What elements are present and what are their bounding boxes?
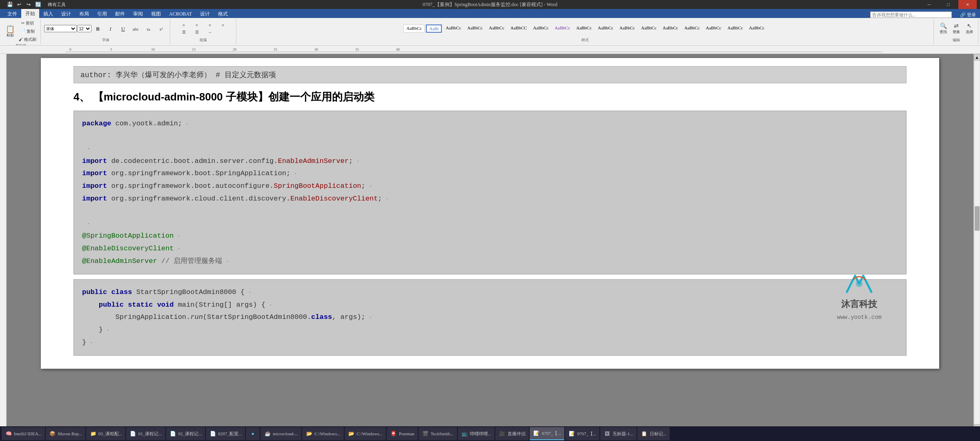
tab-review[interactable]: 审阅 xyxy=(129,10,147,18)
document-scroll[interactable]: author: 李兴华（爆可发的小李老师） # 目定义元数据项 4、 【micr… xyxy=(7,54,973,431)
style-10[interactable]: AaBbCc xyxy=(639,24,659,33)
style-8[interactable]: AaBbCc xyxy=(595,24,616,33)
style-2[interactable]: AaBbCc xyxy=(465,24,485,33)
taskbar-live[interactable]: 🎥 直播伴侣 xyxy=(495,427,529,440)
tab-format[interactable]: 格式 xyxy=(214,10,232,18)
qa-save[interactable]: 💾 xyxy=(6,0,14,9)
underline-button[interactable]: U xyxy=(117,25,129,33)
taskbar-postman[interactable]: 📮 Postman xyxy=(387,427,418,440)
ribbon-search-input[interactable] xyxy=(870,11,952,18)
paste-button[interactable]: 📋 粘贴 xyxy=(4,24,16,39)
tab-mail[interactable]: 邮件 xyxy=(111,10,129,18)
tab-layout[interactable]: 布局 xyxy=(75,10,93,18)
tab-design2[interactable]: 设计 xyxy=(196,10,214,18)
svg-text:35: 35 xyxy=(355,47,359,51)
taskbar-win1[interactable]: 📂 C:\Windows... xyxy=(302,427,343,440)
align-left-button[interactable]: ≡ xyxy=(178,22,190,28)
taskbar-maven[interactable]: 📦 Maven Rep... xyxy=(46,427,85,440)
style-nosp[interactable]: AaBl xyxy=(426,24,442,33)
taskbar-dot[interactable]: ● xyxy=(246,427,260,440)
logo-icon-svg xyxy=(843,272,875,296)
cut-button[interactable]: ✂ 剪切 xyxy=(17,20,38,27)
share-button[interactable]: 🔗 登录 xyxy=(960,12,976,18)
taskbar: 🧠 IntelliJ IDEA... 📦 Maven Rep... 📁 03_课… xyxy=(0,426,980,441)
win2-icon: 📂 xyxy=(348,430,355,437)
daily-icon: 📋 xyxy=(641,430,648,437)
italic-button[interactable]: I xyxy=(105,25,117,33)
font-name-select[interactable]: 宋体 xyxy=(44,25,77,32)
taskbar-microcloud[interactable]: ☕ microcloud-... xyxy=(261,427,301,440)
qa-refresh[interactable]: 🔄 xyxy=(34,0,42,9)
right-scrollbar[interactable]: ▲ ▼ xyxy=(973,54,980,431)
taskbar-0207-label: 0207_配置... xyxy=(218,431,242,437)
strikethrough-button[interactable]: abc xyxy=(130,25,142,33)
qa-undo[interactable]: ↩ xyxy=(15,0,23,9)
style-9[interactable]: AaBbCc xyxy=(617,24,637,33)
number-list-button[interactable]: ☰ xyxy=(191,29,203,35)
style-14[interactable]: AaBbCc xyxy=(725,24,745,33)
style-11[interactable]: AaBbCc xyxy=(660,24,681,33)
taskbar-01[interactable]: 📄 01_课程记... xyxy=(126,427,165,440)
bold-button[interactable]: B xyxy=(92,25,104,33)
taskbar-win2[interactable]: 📂 C:\Windows... xyxy=(345,427,386,440)
minimize-button[interactable]: ─ xyxy=(920,0,938,9)
style-5[interactable]: AaBbCc xyxy=(530,24,551,33)
style-12[interactable]: AaBbCc xyxy=(682,24,702,33)
tab-file[interactable]: 文件 xyxy=(3,10,21,18)
style-3[interactable]: AaBbCc xyxy=(486,24,507,33)
style-1[interactable]: AaBbCc xyxy=(443,24,463,33)
align-right-button[interactable]: ≡ xyxy=(204,22,216,28)
justify-button[interactable]: ≡ xyxy=(217,22,229,28)
replace-button[interactable]: ⇄ 替换 xyxy=(950,22,962,36)
02-icon: 📄 xyxy=(169,430,177,437)
indent-button[interactable]: → xyxy=(204,29,216,35)
tab-insert[interactable]: 插入 xyxy=(39,10,57,18)
window-controls: ─ □ ✕ xyxy=(920,0,977,9)
tab-ref[interactable]: 引用 xyxy=(93,10,111,18)
taskbar-techsmith[interactable]: 🎬 TechSmith... xyxy=(419,427,457,440)
font-size-select[interactable]: 12 xyxy=(77,25,91,32)
tab-view[interactable]: 视图 xyxy=(147,10,165,18)
taskbar-bilibili[interactable]: 📺 哔哩哔哩... xyxy=(458,427,494,440)
style-7[interactable]: AaBbCc xyxy=(574,24,594,33)
ribbon-group-styles: AaBbCc AaBl AaBbCc AaBbCc AaBbCc AaBbCC … xyxy=(237,19,934,45)
find-button[interactable]: 🔍 查找 xyxy=(937,22,949,36)
taskbar-0707-1[interactable]: 📝 0707_【... xyxy=(530,427,564,440)
format-painter-button[interactable]: 🖌 格式刷 xyxy=(17,36,38,43)
tab-design[interactable]: 设计 xyxy=(57,10,75,18)
select-button[interactable]: ↖ 选择 xyxy=(963,22,976,36)
code-line-blank4: · xyxy=(82,218,898,230)
taskbar-03[interactable]: 📁 03_课程配... xyxy=(86,427,125,440)
align-center-button[interactable]: ≡ xyxy=(191,22,203,28)
taskbar-intellij[interactable]: 🧠 IntelliJ IDEA... xyxy=(2,427,45,440)
scrollbar-track[interactable] xyxy=(975,61,980,424)
style-15[interactable]: AaBbCc xyxy=(746,24,767,33)
maximize-button[interactable]: □ xyxy=(939,0,958,9)
scrollbar-thumb[interactable] xyxy=(975,206,980,231)
subscript-button[interactable]: x₂ xyxy=(143,25,155,33)
company-logo-overlay: 沐言科技 www.yootk.com xyxy=(837,272,882,323)
tab-acrobat[interactable]: ACROBAT xyxy=(165,10,196,18)
close-button[interactable]: ✕ xyxy=(958,0,977,9)
maven-icon: 📦 xyxy=(49,430,56,437)
style-4[interactable]: AaBbCC xyxy=(508,24,529,33)
title-bar-left: 💾 ↩ ↪ 🔄 稀有工具 xyxy=(3,0,66,9)
taskbar-03-label: 03_课程配... xyxy=(98,431,122,437)
code-line-6: @SpringBootApplication · xyxy=(82,230,898,243)
taskbar-daily[interactable]: 📋 日标记... xyxy=(637,427,670,440)
tab-start[interactable]: 开始 xyxy=(21,9,39,18)
bullet-list-button[interactable]: ☰ xyxy=(178,29,190,35)
scroll-up-button[interactable]: ▲ xyxy=(974,54,980,60)
taskbar-untitled[interactable]: 🖼 无标题-1... xyxy=(600,427,636,440)
qa-redo[interactable]: ↪ xyxy=(24,0,33,9)
taskbar-02[interactable]: 📄 02_课程记... xyxy=(166,427,205,440)
style-normal[interactable]: AaBbCc xyxy=(403,24,425,33)
taskbar-0207[interactable]: 📄 0207_配置... xyxy=(206,427,245,440)
style-6[interactable]: AaBbCc xyxy=(552,24,572,33)
taskbar-0707-2[interactable]: 📝 0707_【... xyxy=(565,427,600,440)
superscript-button[interactable]: x² xyxy=(155,25,167,33)
ruler: 0 5 10 15 20 25 30 35 40 xyxy=(0,46,980,54)
logo-company-name: 沐言科技 xyxy=(841,296,877,312)
style-13[interactable]: AaBbCc xyxy=(704,24,724,33)
copy-button[interactable]: 📄 复制 xyxy=(17,28,38,35)
